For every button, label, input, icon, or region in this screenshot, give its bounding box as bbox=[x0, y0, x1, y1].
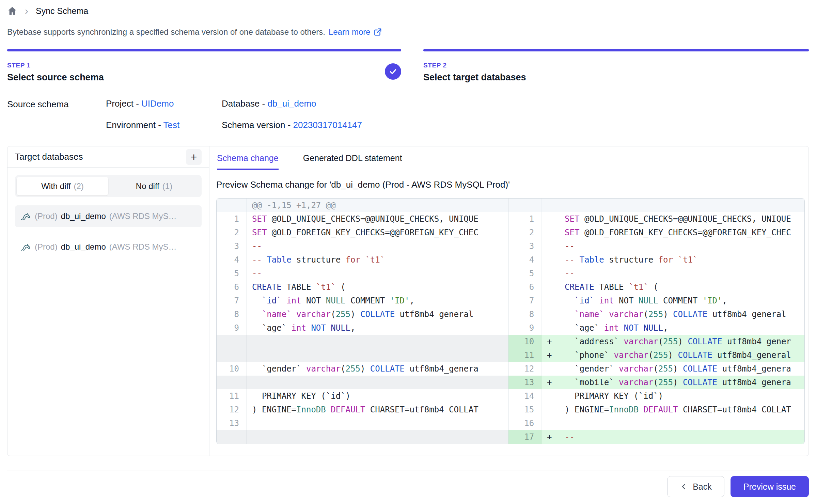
diff-line-number: 11 bbox=[508, 348, 542, 362]
diff-code-line bbox=[247, 348, 508, 362]
diff-row: 8 `name` varchar(255) COLLATE utf8mb4_ge… bbox=[217, 308, 508, 321]
diff-code-line: `name` varchar(255) COLLATE utf8mb4_gene… bbox=[559, 308, 805, 321]
diff-line-number: 2 bbox=[217, 226, 247, 239]
diff-row: 7 `id` int NOT NULL COMMENT 'ID', bbox=[508, 294, 805, 308]
step-1-title: Select source schema bbox=[7, 72, 401, 83]
diff-code-line: `id` int NOT NULL COMMENT 'ID', bbox=[247, 294, 508, 308]
diff-add-sign bbox=[542, 226, 559, 239]
diff-row bbox=[508, 199, 805, 212]
diff-line-number: 6 bbox=[217, 280, 247, 294]
diff-code-line: -- Table structure for `t1` bbox=[247, 253, 508, 267]
diff-row bbox=[217, 335, 508, 348]
step-1-completed-check-icon bbox=[385, 63, 401, 80]
diff-line-number: 4 bbox=[508, 253, 542, 267]
tab-count: (1) bbox=[162, 182, 172, 191]
diff-filter-tab-no-diff[interactable]: No diff(1) bbox=[108, 177, 200, 195]
diff-line-number: 2 bbox=[508, 226, 542, 239]
step-2: STEP 2 Select target databases bbox=[423, 49, 809, 83]
diff-code-line: `age` int NOT NULL, bbox=[559, 321, 805, 335]
diff-add-sign bbox=[542, 389, 559, 403]
diff-line-number bbox=[217, 348, 247, 362]
home-icon[interactable] bbox=[7, 6, 17, 16]
main-card: Target databases + With diff(2)No diff(1… bbox=[7, 146, 809, 456]
diff-row: 1SET @OLD_UNIQUE_CHECKS=@@UNIQUE_CHECKS,… bbox=[217, 212, 508, 226]
environment-link[interactable]: Test bbox=[163, 120, 180, 130]
diff-row: 10+ `address` varchar(255) COLLATE utf8m… bbox=[508, 335, 805, 348]
diff-row: 7 `id` int NOT NULL COMMENT 'ID', bbox=[217, 294, 508, 308]
diff-filter-tab-with-diff[interactable]: With diff(2) bbox=[17, 177, 108, 195]
diff-code-line: -- bbox=[559, 239, 805, 253]
schema-version-link[interactable]: 20230317014147 bbox=[293, 120, 362, 130]
diff-add-sign bbox=[542, 403, 559, 416]
schema-diff-viewer: @@ -1,15 +1,27 @@1SET @OLD_UNIQUE_CHECKS… bbox=[216, 198, 805, 444]
diff-code-line: SET @OLD_UNIQUE_CHECKS=@@UNIQUE_CHECKS, … bbox=[247, 212, 508, 226]
diff-code-line: -- Table structure for `t1` bbox=[559, 253, 805, 267]
diff-line-number: 3 bbox=[508, 239, 542, 253]
page-title: Sync Schema bbox=[36, 6, 88, 16]
diff-line-number: 1 bbox=[508, 212, 542, 226]
db-name: db_ui_demo bbox=[61, 211, 106, 221]
diff-code-line: `gender` varchar(255) COLLATE utf8mb4_ge… bbox=[247, 362, 508, 376]
diff-add-sign bbox=[542, 267, 559, 280]
diff-add-sign bbox=[542, 294, 559, 308]
diff-line-number: 8 bbox=[217, 308, 247, 321]
target-database-item[interactable]: (Prod)db_ui_demo(AWS RDS MyS… bbox=[15, 236, 202, 258]
diff-row: 2SET @OLD_FOREIGN_KEY_CHECKS=@@FOREIGN_K… bbox=[508, 226, 805, 239]
step-2-label: STEP 2 bbox=[423, 62, 809, 69]
add-target-database-button[interactable]: + bbox=[186, 149, 202, 165]
diff-code-line: -- bbox=[559, 267, 805, 280]
diff-add-sign bbox=[542, 212, 559, 226]
back-button[interactable]: Back bbox=[667, 476, 724, 497]
preview-tab-schema-change[interactable]: Schema change bbox=[217, 153, 279, 170]
diff-code-line: `mobile` varchar(255) COLLATE utf8mb4_ge… bbox=[559, 376, 805, 389]
preview-tabs: Schema changeGenerated DDL statement bbox=[216, 153, 809, 170]
preview-issue-button[interactable]: Preview issue bbox=[731, 476, 809, 497]
target-database-item[interactable]: (Prod)db_ui_demo(AWS RDS MyS… bbox=[15, 205, 202, 227]
project-link[interactable]: UIDemo bbox=[141, 98, 174, 109]
diff-add-sign bbox=[542, 416, 559, 430]
diff-code-line: SET @OLD_UNIQUE_CHECKS=@@UNIQUE_CHECKS, … bbox=[559, 212, 805, 226]
learn-more-link[interactable]: Learn more bbox=[329, 27, 382, 37]
step-2-progress-bar bbox=[423, 49, 809, 51]
db-environment: (Prod) bbox=[35, 211, 58, 221]
diff-row: 1SET @OLD_UNIQUE_CHECKS=@@UNIQUE_CHECKS,… bbox=[508, 212, 805, 226]
target-databases-title: Target databases bbox=[15, 152, 83, 162]
diff-line-number: 3 bbox=[217, 239, 247, 253]
diff-code-line: CREATE TABLE `t1` ( bbox=[559, 280, 805, 294]
target-database-list: (Prod)db_ui_demo(AWS RDS MyS…(Prod)db_ui… bbox=[15, 205, 202, 258]
description-text: Bytebase supports synchronizing a specif… bbox=[7, 27, 325, 37]
diff-pane-new[interactable]: 1SET @OLD_UNIQUE_CHECKS=@@UNIQUE_CHECKS,… bbox=[508, 199, 805, 444]
preview-tab-generated-ddl-statement[interactable]: Generated DDL statement bbox=[303, 153, 402, 170]
footer-divider bbox=[7, 471, 809, 471]
tab-count: (2) bbox=[74, 182, 83, 191]
diff-row: 5-- bbox=[508, 267, 805, 280]
footer-actions: Back Preview issue bbox=[7, 476, 809, 497]
diff-line-number: 10 bbox=[217, 362, 247, 376]
diff-add-sign: + bbox=[542, 376, 559, 389]
diff-code-line: `phone` varchar(255) COLLATE utf8mb4_gen… bbox=[559, 348, 805, 362]
diff-add-sign bbox=[542, 321, 559, 335]
diff-line-number bbox=[217, 199, 247, 212]
diff-pane-old[interactable]: @@ -1,15 +1,27 @@1SET @OLD_UNIQUE_CHECKS… bbox=[217, 199, 508, 444]
schema-version-row: Schema version - 20230317014147 bbox=[222, 120, 362, 130]
diff-code-line: -- bbox=[247, 239, 508, 253]
diff-line-number: 5 bbox=[508, 267, 542, 280]
diff-line-number: 11 bbox=[217, 389, 247, 403]
diff-code-line bbox=[247, 430, 508, 444]
breadcrumb: › Sync Schema bbox=[7, 3, 809, 18]
schema-preview-pane: Schema changeGenerated DDL statement Pre… bbox=[209, 146, 809, 456]
diff-add-sign bbox=[542, 199, 559, 212]
diff-line-number: 7 bbox=[508, 294, 542, 308]
diff-code-line: SET @OLD_FOREIGN_KEY_CHECKS=@@FOREIGN_KE… bbox=[247, 226, 508, 239]
diff-row bbox=[217, 348, 508, 362]
diff-code-line: `age` int NOT NULL, bbox=[247, 321, 508, 335]
diff-code-line: `id` int NOT NULL COMMENT 'ID', bbox=[559, 294, 805, 308]
plus-icon: + bbox=[191, 152, 197, 162]
step-1-progress-bar bbox=[7, 49, 401, 51]
diff-code-line: `gender` varchar(255) COLLATE utf8mb4_ge… bbox=[559, 362, 805, 376]
sync-schema-page: › Sync Schema Bytebase supports synchron… bbox=[0, 0, 816, 497]
database-link[interactable]: db_ui_demo bbox=[267, 98, 316, 109]
mysql-icon bbox=[20, 241, 31, 253]
step-1: STEP 1 Select source schema bbox=[7, 49, 401, 83]
diff-line-number: 12 bbox=[217, 403, 247, 416]
